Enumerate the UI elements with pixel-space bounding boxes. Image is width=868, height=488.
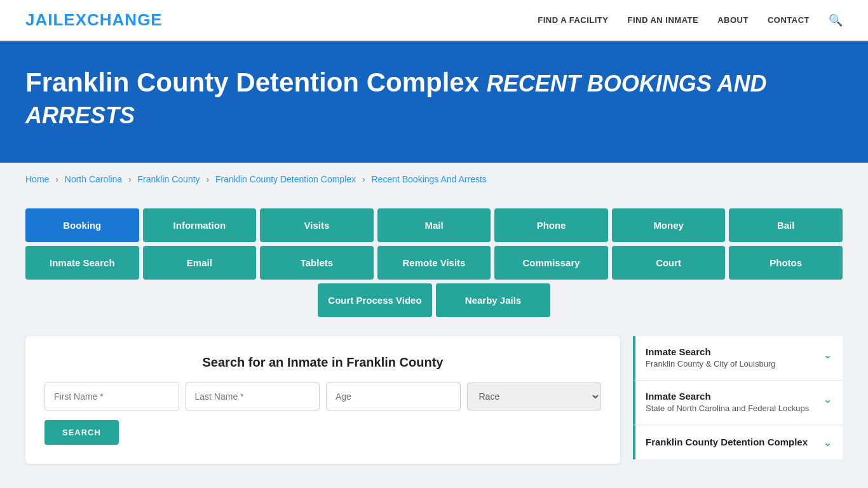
chevron-down-icon-3: ⌄	[823, 435, 832, 449]
breadcrumb-county[interactable]: Franklin County	[138, 174, 200, 184]
logo-exchange: EXCHANGE	[64, 10, 162, 29]
breadcrumb-home[interactable]: Home	[25, 174, 49, 184]
nav-about[interactable]: ABOUT	[717, 15, 749, 25]
site-logo[interactable]: JAILEXCHANGE	[25, 10, 163, 30]
inmate-search-form: Search for an Inmate in Franklin County …	[25, 336, 620, 464]
tab-court-process-video[interactable]: Court Process Video	[318, 283, 432, 317]
breadcrumb-nc[interactable]: North Carolina	[65, 174, 122, 184]
last-name-input[interactable]	[186, 383, 320, 410]
breadcrumb-sep-1: ›	[55, 174, 58, 184]
race-select[interactable]: Race White Black Hispanic Asian Other	[467, 383, 602, 410]
breadcrumb: Home › North Carolina › Franklin County …	[0, 163, 868, 196]
sidebar-item-title-2: Inmate Search	[646, 391, 809, 402]
logo-jail: JAIL	[25, 10, 64, 29]
chevron-down-icon-1: ⌄	[823, 348, 832, 362]
breadcrumb-sep-4: ›	[362, 174, 365, 184]
sidebar-item-text-1: Inmate Search Franklin County & City of …	[646, 346, 775, 370]
tab-tablets[interactable]: Tablets	[260, 246, 374, 280]
tab-money[interactable]: Money	[612, 208, 726, 242]
search-icon-button[interactable]: 🔍	[829, 13, 843, 27]
tab-nearby-jails[interactable]: Nearby Jails	[436, 283, 550, 317]
tab-row-1: Booking Information Visits Mail Phone Mo…	[25, 208, 843, 242]
tab-row-2: Inmate Search Email Tablets Remote Visit…	[25, 246, 843, 280]
breadcrumb-facility[interactable]: Franklin County Detention Complex	[215, 174, 356, 184]
tab-remote-visits[interactable]: Remote Visits	[377, 246, 491, 280]
sidebar-item-subtitle-2: State of North Carolina and Federal Lock…	[646, 403, 809, 414]
page-title: Franklin County Detention Complex RECENT…	[25, 67, 843, 131]
sidebar-item-title-3: Franklin County Detention Complex	[646, 437, 808, 447]
sidebar-item-nc-inmate[interactable]: Inmate Search State of North Carolina an…	[633, 381, 843, 425]
nav-find-facility[interactable]: FIND A FACILITY	[538, 15, 608, 25]
site-header: JAILEXCHANGE FIND A FACILITY FIND AN INM…	[0, 0, 868, 41]
tab-commissary[interactable]: Commissary	[494, 246, 608, 280]
main-nav: FIND A FACILITY FIND AN INMATE ABOUT CON…	[538, 13, 843, 27]
sidebar: Inmate Search Franklin County & City of …	[633, 336, 843, 464]
tab-mail[interactable]: Mail	[377, 208, 491, 242]
sidebar-item-facility[interactable]: Franklin County Detention Complex ⌄	[633, 425, 843, 459]
tab-booking[interactable]: Booking	[25, 208, 139, 242]
content-area: Search for an Inmate in Franklin County …	[25, 336, 843, 464]
hero-section: Franklin County Detention Complex RECENT…	[0, 41, 868, 163]
tab-row-3: Court Process Video Nearby Jails	[25, 283, 843, 317]
breadcrumb-sep-3: ›	[206, 174, 209, 184]
chevron-down-icon-2: ⌄	[823, 392, 832, 406]
tab-photos[interactable]: Photos	[729, 246, 843, 280]
sidebar-item-franklin-inmate[interactable]: Inmate Search Franklin County & City of …	[633, 336, 843, 381]
tab-phone[interactable]: Phone	[494, 208, 608, 242]
main-content: Booking Information Visits Mail Phone Mo…	[0, 196, 868, 488]
search-form-row-1: Race White Black Hispanic Asian Other	[44, 383, 601, 410]
tab-inmate-search[interactable]: Inmate Search	[25, 246, 139, 280]
tab-court[interactable]: Court	[612, 246, 726, 280]
first-name-input[interactable]	[44, 383, 179, 410]
tab-visits[interactable]: Visits	[260, 208, 374, 242]
tab-bail[interactable]: Bail	[729, 208, 843, 242]
sidebar-item-text-3: Franklin County Detention Complex	[646, 437, 808, 447]
sidebar-item-title-1: Inmate Search	[646, 346, 775, 357]
page-title-main: Franklin County Detention Complex	[25, 67, 479, 97]
breadcrumb-current[interactable]: Recent Bookings And Arrests	[371, 174, 486, 184]
search-submit-button[interactable]: SEARCH	[44, 420, 119, 445]
search-form-title: Search for an Inmate in Franklin County	[44, 355, 601, 370]
tab-information[interactable]: Information	[143, 208, 257, 242]
sidebar-item-subtitle-1: Franklin County & City of Louisburg	[646, 359, 775, 370]
tab-email[interactable]: Email	[143, 246, 257, 280]
breadcrumb-sep-2: ›	[128, 174, 132, 184]
age-input[interactable]	[326, 383, 461, 410]
sidebar-item-text-2: Inmate Search State of North Carolina an…	[646, 391, 809, 414]
nav-contact[interactable]: CONTACT	[768, 15, 810, 25]
nav-find-inmate[interactable]: FIND AN INMATE	[627, 15, 698, 25]
